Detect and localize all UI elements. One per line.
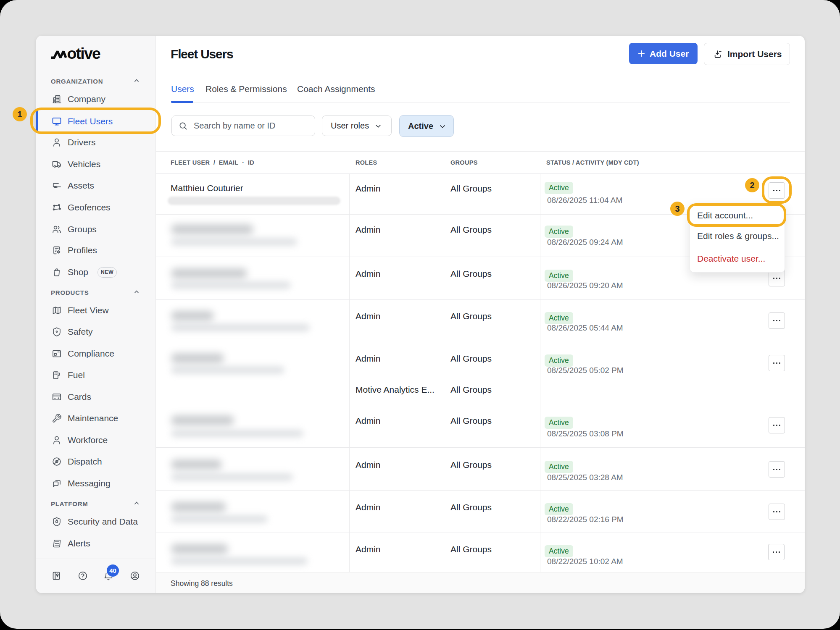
svg-text:otive: otive [67,45,100,62]
